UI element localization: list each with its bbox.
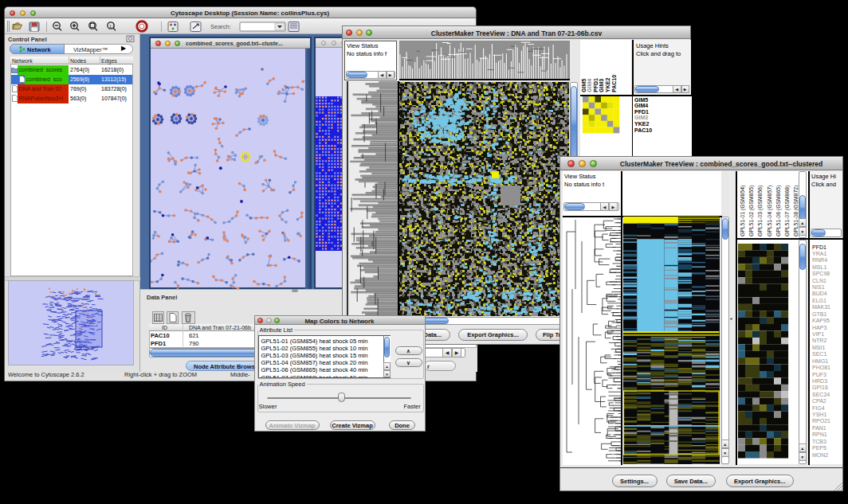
svg-text:YKE2: YKE2	[605, 78, 610, 92]
svg-text:PUF3: PUF3	[812, 371, 826, 377]
svg-text:YRA1: YRA1	[812, 251, 826, 256]
svg-text:GPL51-03 (GSM856): GPL51-03 (GSM856)	[757, 185, 764, 236]
svg-text:PHO81: PHO81	[812, 365, 830, 370]
svg-text:GIM3: GIM3	[599, 79, 604, 92]
svg-text:CPA2: CPA2	[812, 398, 826, 404]
svg-text:PFD1: PFD1	[812, 244, 826, 249]
svg-text:SPC98: SPC98	[812, 271, 830, 276]
svg-text:GPL51-04 (GSM857): GPL51-04 (GSM857)	[766, 185, 772, 236]
svg-text:RPN1: RPN1	[812, 432, 827, 437]
svg-text:VIP1: VIP1	[812, 331, 824, 337]
svg-text:YSH1: YSH1	[812, 412, 826, 417]
svg-text:NTR2: NTR2	[812, 338, 826, 343]
svg-text:Search:: Search:	[210, 23, 231, 30]
svg-text:ELG1: ELG1	[812, 298, 826, 303]
svg-text:HMG1: HMG1	[812, 357, 828, 363]
svg-text:MAK31: MAK31	[812, 304, 830, 310]
svg-text:GIM4: GIM4	[587, 79, 592, 92]
svg-text:TCB3: TCB3	[812, 438, 826, 443]
svg-text:RPO21: RPO21	[812, 418, 830, 424]
svg-text:HRD3: HRD3	[812, 378, 827, 384]
svg-text:GPL51-07 (GSM868): GPL51-07 (GSM868)	[784, 185, 791, 236]
svg-text:GPL51-06 (GSM865): GPL51-06 (GSM865)	[775, 185, 781, 236]
svg-text:GPL51-02 (GSM855): GPL51-02 (GSM855)	[748, 185, 755, 236]
svg-text:GIM5: GIM5	[581, 79, 587, 92]
svg-text:MON2: MON2	[812, 451, 828, 457]
svg-text:GTB1: GTB1	[812, 311, 826, 316]
svg-text:PAC10: PAC10	[611, 75, 617, 92]
svg-text:1:1: 1:1	[109, 24, 115, 29]
svg-text:KAP95: KAP95	[812, 318, 830, 323]
svg-text:GPI16: GPI16	[812, 385, 828, 390]
svg-text:PEP5: PEP5	[812, 445, 826, 451]
svg-text:BUD4: BUD4	[812, 291, 827, 296]
svg-text:PAN1: PAN1	[812, 424, 826, 430]
svg-text:SEC24: SEC24	[812, 391, 830, 397]
svg-text:GPL51-01 (GSM854): GPL51-01 (GSM854)	[740, 185, 746, 236]
svg-text:RNR4: RNR4	[812, 257, 827, 263]
svg-text:MSL1: MSL1	[812, 264, 826, 269]
svg-text:SEC1: SEC1	[812, 351, 826, 357]
svg-text:MSI1: MSI1	[812, 344, 825, 350]
svg-text:FIG4: FIG4	[812, 404, 825, 410]
svg-text:NIS1: NIS1	[812, 284, 825, 290]
svg-text:PFD1: PFD1	[593, 78, 599, 92]
svg-text:CLN1: CLN1	[812, 277, 826, 283]
svg-text:HAP3: HAP3	[812, 324, 826, 330]
